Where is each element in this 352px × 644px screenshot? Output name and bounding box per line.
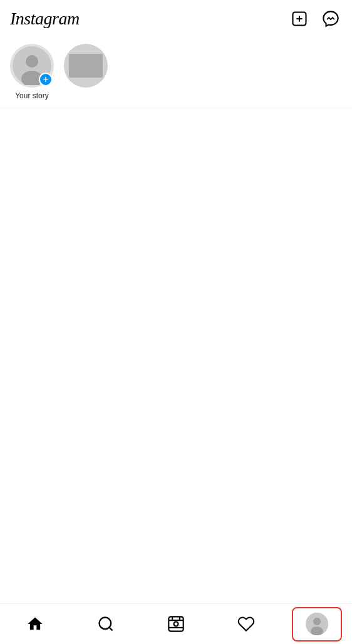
messenger-icon	[322, 10, 339, 28]
svg-point-6	[99, 618, 111, 630]
svg-point-4	[26, 55, 38, 68]
add-post-button[interactable]	[288, 8, 311, 30]
story-avatar-2	[64, 44, 108, 88]
nav-home[interactable]	[10, 607, 60, 641]
profile-avatar	[306, 613, 328, 635]
home-icon	[26, 615, 44, 633]
bottom-nav	[0, 603, 352, 644]
header-action-icons	[288, 8, 342, 30]
search-icon	[97, 615, 115, 633]
nav-activity[interactable]	[221, 607, 271, 641]
your-story-avatar-wrap: +	[10, 44, 54, 88]
stories-row: + Your story	[0, 38, 352, 108]
your-story-item[interactable]: + Your story	[10, 44, 54, 100]
story-item-2[interactable]	[64, 44, 108, 91]
nav-reels[interactable]	[151, 607, 201, 641]
profile-avatar-icon	[306, 613, 328, 635]
svg-point-9	[173, 622, 178, 626]
messenger-button[interactable]	[319, 8, 342, 30]
svg-rect-8	[168, 616, 183, 631]
feed-area	[0, 108, 352, 606]
header: Instagram	[0, 0, 352, 38]
add-story-badge: +	[39, 73, 53, 86]
reels-icon	[167, 615, 185, 633]
instagram-logo: Instagram	[10, 9, 80, 29]
svg-line-7	[109, 627, 112, 630]
nav-search[interactable]	[81, 607, 131, 641]
svg-point-15	[313, 618, 321, 625]
your-story-label: Your story	[15, 91, 49, 100]
story-image-placeholder	[69, 54, 103, 78]
heart-icon	[237, 615, 255, 633]
add-post-icon	[291, 10, 308, 28]
nav-profile[interactable]	[292, 607, 342, 641]
